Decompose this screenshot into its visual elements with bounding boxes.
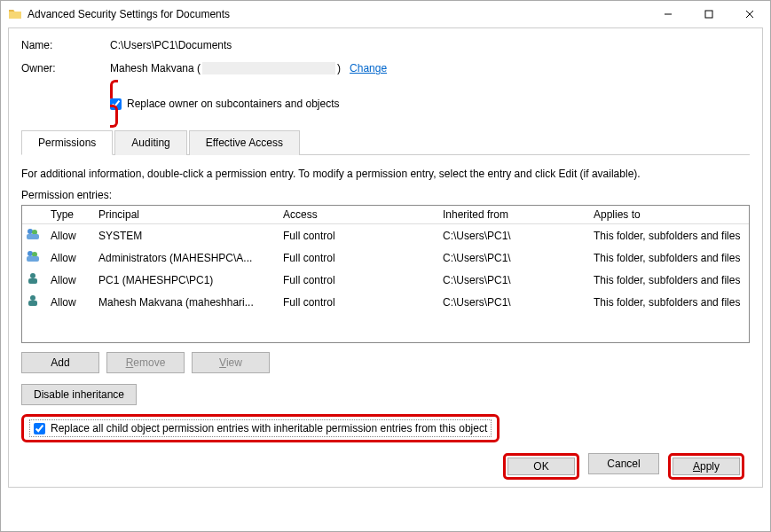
replace-owner-highlight: Replace owner on subcontainers and objec… — [110, 80, 750, 128]
add-button[interactable]: Add — [21, 352, 99, 373]
entry-access: Full control — [283, 252, 443, 264]
minimize-button[interactable] — [648, 1, 688, 27]
header-access[interactable]: Access — [283, 208, 443, 221]
maximize-button[interactable] — [688, 1, 729, 27]
name-label: Name: — [21, 39, 110, 51]
info-text: For additional information, double-click… — [21, 168, 750, 180]
window-title: Advanced Security Settings for Documents — [28, 8, 648, 20]
change-owner-link[interactable]: Change — [350, 62, 387, 74]
replace-all-checkbox[interactable] — [34, 423, 45, 434]
dialog-buttons: OK Cancel Apply — [21, 453, 750, 480]
entry-applies: This folder, subfolders and files — [594, 230, 745, 242]
entry-access: Full control — [283, 274, 443, 286]
principal-icon — [26, 271, 51, 288]
svg-rect-11 — [28, 278, 37, 284]
svg-point-10 — [30, 273, 35, 278]
permission-entries-box: Type Principal Access Inherited from App… — [21, 205, 750, 343]
entry-principal: SYSTEM — [98, 230, 283, 242]
svg-point-7 — [28, 251, 33, 256]
owner-value: Mahesh Makvana ( ) Change — [110, 62, 387, 74]
entry-access: Full control — [283, 230, 443, 242]
ok-highlight: OK — [503, 453, 579, 480]
entry-principal: PC1 (MAHESHPC\PC1) — [98, 274, 283, 286]
entry-buttons-row: Add Remove View — [21, 352, 750, 373]
owner-name-suffix: ) — [337, 62, 341, 74]
permission-entry-row[interactable]: AllowPC1 (MAHESHPC\PC1)Full controlC:\Us… — [22, 269, 749, 291]
svg-rect-1 — [705, 11, 712, 18]
entry-applies: This folder, subfolders and files — [594, 296, 745, 309]
replace-owner-label: Replace owner on subcontainers and objec… — [127, 98, 339, 110]
tab-permissions[interactable]: Permissions — [21, 130, 113, 155]
replace-all-label: Replace all child object permission entr… — [51, 422, 487, 434]
entry-access: Full control — [283, 296, 443, 309]
entry-applies: This folder, subfolders and files — [594, 252, 745, 264]
entry-inherited: C:\Users\PC1\ — [443, 230, 594, 242]
tab-effective-access[interactable]: Effective Access — [189, 130, 300, 155]
entry-type: Allow — [51, 230, 98, 242]
owner-row: Owner: Mahesh Makvana ( ) Change — [21, 62, 750, 74]
svg-rect-6 — [27, 234, 39, 239]
replace-owner-checkbox[interactable] — [110, 98, 122, 110]
entry-inherited: C:\Users\PC1\ — [443, 296, 594, 309]
entry-inherited: C:\Users\PC1\ — [443, 252, 594, 264]
permission-entry-row[interactable]: AllowAdministrators (MAHESHPC\A...Full c… — [22, 246, 749, 269]
close-button[interactable] — [729, 1, 770, 27]
view-button[interactable]: View — [192, 352, 270, 373]
entry-principal: Administrators (MAHESHPC\A... — [98, 252, 283, 264]
entry-type: Allow — [51, 274, 98, 286]
ok-button[interactable]: OK — [507, 458, 575, 475]
header-applies[interactable]: Applies to — [594, 208, 745, 221]
principal-icon — [26, 293, 51, 310]
apply-button[interactable]: Apply — [673, 458, 740, 475]
permission-entry-row[interactable]: AllowMahesh Makvana (maheshhari...Full c… — [22, 291, 749, 313]
folder-icon — [8, 7, 22, 21]
entry-applies: This folder, subfolders and files — [594, 274, 745, 286]
name-value: C:\Users\PC1\Documents — [110, 39, 232, 51]
apply-highlight: Apply — [668, 453, 744, 480]
entry-type: Allow — [51, 296, 98, 309]
header-type[interactable]: Type — [51, 208, 98, 221]
header-principal[interactable]: Principal — [98, 208, 283, 221]
titlebar: Advanced Security Settings for Documents — [1, 1, 770, 27]
svg-rect-9 — [27, 256, 39, 262]
permission-entry-row[interactable]: AllowSYSTEMFull controlC:\Users\PC1\This… — [22, 224, 749, 246]
window-controls — [648, 1, 770, 27]
entry-principal: Mahesh Makvana (maheshhari... — [98, 296, 283, 309]
svg-point-12 — [30, 295, 35, 301]
replace-all-highlight: Replace all child object permission entr… — [21, 414, 500, 442]
principal-icon — [26, 227, 51, 244]
cancel-button[interactable]: Cancel — [588, 453, 659, 474]
header-inherited[interactable]: Inherited from — [443, 208, 594, 221]
owner-label: Owner: — [21, 62, 110, 74]
owner-name-prefix: Mahesh Makvana ( — [110, 62, 201, 74]
entries-label: Permission entries: — [21, 189, 750, 201]
name-row: Name: C:\Users\PC1\Documents — [21, 39, 750, 51]
tab-auditing[interactable]: Auditing — [114, 130, 186, 155]
entry-type: Allow — [51, 252, 98, 264]
entries-header: Type Principal Access Inherited from App… — [22, 206, 749, 224]
owner-redacted — [202, 62, 335, 74]
tab-bar: Permissions Auditing Effective Access — [21, 129, 750, 155]
principal-icon — [26, 249, 51, 266]
svg-rect-13 — [28, 301, 37, 306]
entry-inherited: C:\Users\PC1\ — [443, 274, 594, 286]
disable-inheritance-button[interactable]: Disable inheritance — [21, 384, 137, 405]
remove-button[interactable]: Remove — [106, 352, 185, 373]
dialog-content: Name: C:\Users\PC1\Documents Owner: Mahe… — [8, 27, 763, 488]
svg-point-4 — [28, 229, 33, 234]
